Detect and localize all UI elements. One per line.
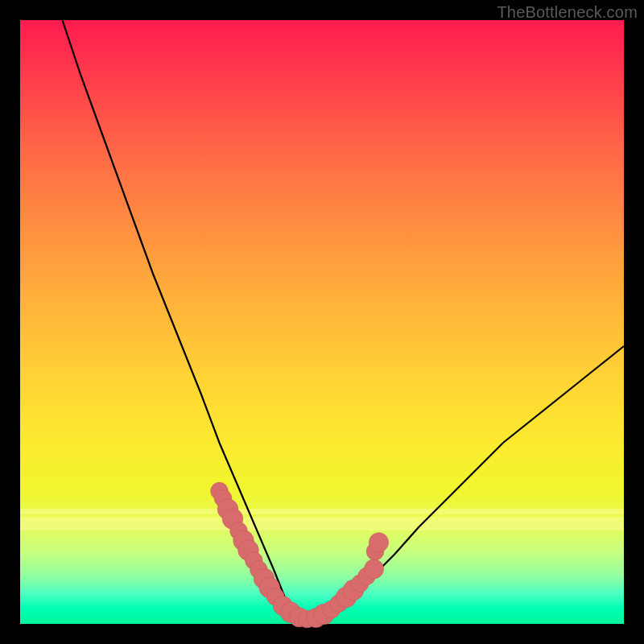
data-marker [364,559,383,579]
bottleneck-curve [20,20,624,624]
watermark-text: TheBottleneck.com [497,3,638,22]
data-marker [369,533,388,552]
chart-frame: TheBottleneck.com [0,0,644,644]
